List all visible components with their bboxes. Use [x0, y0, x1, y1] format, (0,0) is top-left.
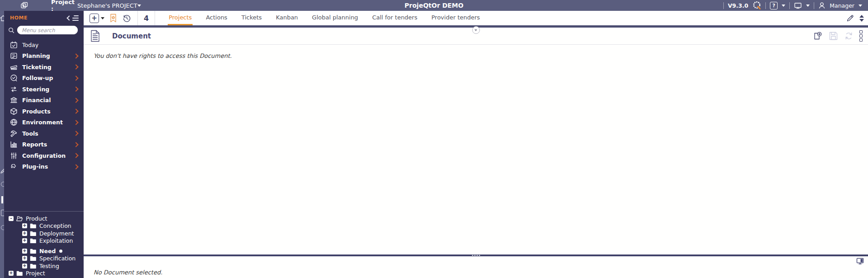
divider [84, 44, 868, 45]
configuration-icon [10, 152, 18, 160]
folder-icon [29, 248, 37, 254]
main-area: + 4 ProjectsActionsTicketsKanbanGlobal p… [84, 11, 868, 278]
divider [789, 2, 790, 9]
help-icon[interactable]: ? [770, 2, 778, 9]
version-label: V9.3.0 [728, 2, 748, 9]
sidebar-item-products[interactable]: Products [4, 106, 84, 117]
tree-node-project[interactable]: + Project [4, 270, 82, 278]
tab-global-planning[interactable]: Global planning [311, 11, 359, 25]
reports-icon [10, 141, 18, 148]
tree-expander[interactable]: + [9, 271, 14, 276]
collapse-content-icon[interactable] [472, 26, 480, 34]
document-panel: Document You don [84, 28, 868, 254]
divider [137, 11, 138, 25]
tree-expander[interactable]: + [22, 256, 27, 261]
tree-node-exploitation[interactable]: + Exploitation [4, 237, 82, 245]
add-document-icon[interactable] [813, 31, 823, 41]
clipboard-icon [1, 210, 4, 216]
circle-icon [1, 182, 4, 187]
sidebar-item-configuration[interactable]: Configuration [4, 150, 84, 161]
sidebar-item-follow-up[interactable]: Follow-up [4, 73, 84, 84]
project-label: Project : [51, 0, 75, 12]
tab-projects[interactable]: Projects [168, 11, 193, 25]
projeqtor-logo-icon[interactable] [752, 1, 761, 10]
tree-node-deployment[interactable]: + Deployment [4, 230, 82, 237]
sidebar-item-plug-ins[interactable]: Plug-ins [4, 161, 84, 173]
tools-icon [10, 130, 18, 137]
tab-kanban[interactable]: Kanban [275, 11, 299, 25]
chevron-down-icon[interactable] [782, 5, 785, 7]
tree-node-specification[interactable]: + Specification [4, 255, 82, 263]
tree-expander[interactable]: + [22, 249, 27, 254]
tree-expander[interactable]: - [9, 216, 14, 221]
sidebar-item-environment[interactable]: Environment [4, 117, 84, 128]
chevron-right-icon [73, 120, 78, 125]
project-value: Stephane's PROJECT [77, 2, 137, 9]
chevron-right-icon [73, 109, 78, 114]
plugins-icon [10, 163, 18, 170]
document-icon [90, 30, 100, 42]
content-top-border [84, 25, 868, 28]
windows-icon[interactable] [20, 2, 28, 9]
tree-node-testing[interactable]: + Testing [4, 262, 82, 270]
chevron-right-icon [73, 164, 78, 169]
tree-expander[interactable]: + [22, 223, 27, 228]
sidebar-item-tools[interactable]: Tools [4, 128, 84, 139]
circle-icon [1, 225, 4, 230]
project-selector[interactable]: Project : Stephane's PROJECT [51, 0, 138, 12]
refresh-icon [844, 31, 854, 41]
chevron-right-icon [73, 153, 78, 158]
chevron-right-icon [73, 98, 78, 103]
sidebar-item-steering[interactable]: Steering [4, 84, 84, 95]
chevron-down-icon[interactable] [859, 5, 862, 7]
ticketing-icon [10, 63, 18, 71]
tab-tickets[interactable]: Tickets [241, 11, 263, 25]
chevron-down-icon[interactable] [806, 5, 810, 7]
app-window: Project : Stephane's PROJECT ProjeQtOr D… [0, 0, 868, 278]
add-button[interactable]: + [90, 14, 99, 23]
menu-search-input[interactable] [17, 26, 78, 34]
tab-actions[interactable]: Actions [205, 11, 228, 25]
screen-icon[interactable] [794, 2, 802, 9]
collapse-sidebar-icon[interactable] [67, 15, 79, 21]
bookmark-icon[interactable] [108, 14, 118, 23]
tree-node-conception[interactable]: + Conception [4, 222, 82, 230]
calendar-icon [10, 41, 18, 49]
sort-arrows-icon[interactable] [859, 15, 864, 22]
folder-open-icon [16, 216, 23, 221]
user-menu[interactable]: Manager [830, 2, 854, 9]
user-icon[interactable] [818, 2, 826, 9]
sidebar-item-ticketing[interactable]: Ticketing [4, 61, 84, 73]
tree-expander[interactable]: + [22, 238, 27, 243]
tab-call-for-tenders[interactable]: Call for tenders [371, 11, 418, 25]
fullscreen-icon[interactable] [856, 258, 864, 265]
sidebar-item-planning[interactable]: Planning [4, 51, 84, 62]
tree-expander[interactable]: + [22, 264, 27, 269]
tree-node-need[interactable]: + Need [4, 247, 82, 255]
sidebar-item-financial[interactable]: Financial [4, 95, 84, 106]
left-edge-strip [0, 11, 4, 278]
panel-title: Document [112, 32, 151, 40]
sidebar-item-today[interactable]: Today [4, 39, 84, 51]
folder-icon [29, 223, 37, 229]
splitter-handle-icon[interactable] [472, 254, 480, 256]
chevron-down-icon[interactable] [137, 5, 141, 7]
products-icon [10, 108, 18, 115]
sidebar: HOME Today [4, 11, 84, 278]
tab-provider-tenders[interactable]: Provider tenders [430, 11, 481, 25]
divider [814, 2, 814, 9]
sidebar-item-reports[interactable]: Reports [4, 139, 84, 151]
tab-bar: ProjectsActionsTicketsKanbanGlobal plann… [168, 11, 481, 25]
tree-expander[interactable]: + [22, 231, 27, 236]
cursor-fragment [1, 196, 3, 203]
history-icon[interactable] [122, 14, 132, 23]
chevron-down-icon[interactable] [101, 17, 104, 19]
planning-icon [10, 52, 18, 60]
divider [723, 2, 724, 9]
document-tree: - Product + Conception + Deployment [4, 212, 84, 278]
no-selection-message: No Document selected. [94, 269, 162, 276]
tree-node-product[interactable]: - Product [4, 215, 82, 222]
kebab-menu-icon[interactable] [859, 30, 863, 42]
pencil-icon[interactable] [846, 14, 854, 22]
divider [765, 2, 766, 9]
